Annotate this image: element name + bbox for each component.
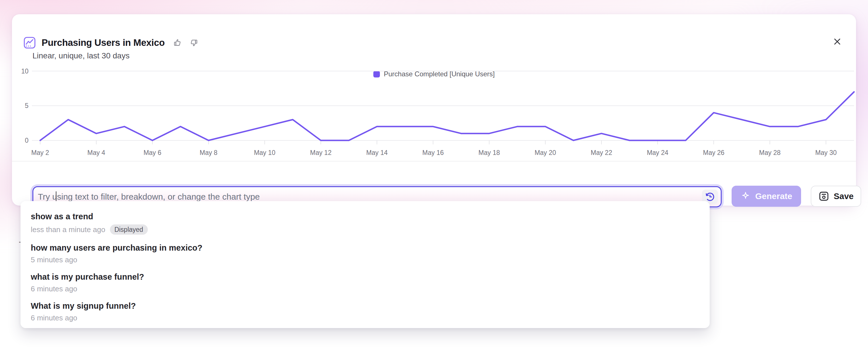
legend-label: Purchase Completed [Unique Users] (384, 70, 495, 78)
generate-button-label: Generate (755, 191, 792, 201)
history-item-meta: less than a minute ago Displayed (31, 224, 700, 235)
history-item[interactable]: what is my purchase funnel? 6 minutes ag… (21, 268, 710, 297)
close-icon (832, 36, 842, 47)
history-item-title: show as a trend (31, 212, 700, 221)
history-item[interactable]: show as a trend less than a minute ago D… (21, 208, 710, 239)
displayed-badge: Displayed (110, 224, 148, 235)
history-item[interactable]: how many users are purchasing in mexico?… (21, 239, 710, 268)
chart-card: Purchasing Users in Mexico Linear, uniqu… (12, 14, 856, 205)
history-item-time: 5 minutes ago (31, 256, 77, 264)
thumbs-down-icon (188, 38, 198, 47)
history-item[interactable]: What is my signup funnel? 6 minutes ago (21, 297, 710, 326)
history-item-meta: 5 minutes ago (31, 256, 700, 264)
prompt-history-dropdown: show as a trend less than a minute ago D… (21, 201, 710, 328)
save-button-label: Save (834, 191, 854, 201)
history-item-title: how many users are purchasing in mexico? (31, 243, 700, 252)
page-title: Purchasing Users in Mexico (41, 37, 164, 48)
card-divider (12, 161, 856, 161)
card-header: Purchasing Users in Mexico (23, 35, 199, 50)
legend-item[interactable]: Purchase Completed [Unique Users] (373, 70, 495, 78)
history-item-title: what is my purchase funnel? (31, 272, 700, 281)
save-button[interactable]: Save (811, 186, 861, 207)
history-item-meta: 6 minutes ago (31, 285, 700, 293)
thumbs-up-button[interactable] (173, 37, 183, 48)
history-item-meta: 6 minutes ago (31, 314, 700, 322)
feedback-buttons (173, 37, 199, 48)
chart-subtitle: Linear, unique, last 30 days (32, 51, 130, 60)
close-button[interactable] (832, 36, 843, 47)
history-item-time: 6 minutes ago (31, 314, 77, 322)
generate-button[interactable]: Generate (732, 186, 801, 207)
legend-color-swatch (373, 71, 380, 77)
save-icon (818, 191, 830, 202)
thumbs-up-icon (173, 38, 183, 47)
line-chart-icon (23, 36, 36, 50)
history-item-title: What is my signup funnel? (31, 301, 700, 311)
thumbs-down-button[interactable] (188, 37, 199, 48)
history-item-time: 6 minutes ago (31, 285, 77, 293)
sparkle-icon (740, 191, 751, 201)
history-item-time: less than a minute ago (31, 226, 105, 233)
chart-legend: Purchase Completed [Unique Users] (12, 70, 856, 78)
